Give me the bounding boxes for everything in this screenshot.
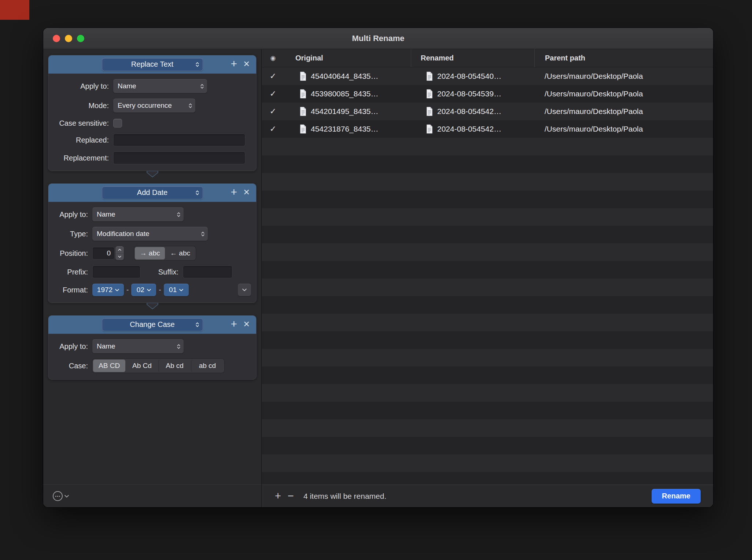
file-icon xyxy=(299,124,307,134)
rule-type-select[interactable]: Replace Text xyxy=(102,58,203,71)
add-files-button[interactable]: + xyxy=(275,491,281,501)
status-text: 4 items will be renamed. xyxy=(303,492,386,501)
file-icon xyxy=(425,107,434,116)
change-case-card-body: Apply to: Name Case: xyxy=(48,334,256,379)
rule-cards-container: Replace Text + ✕ Apply to: xyxy=(43,49,261,485)
updown-chevrons-icon xyxy=(195,321,199,328)
replaced-label: Replaced: xyxy=(54,136,113,144)
stepper-down-icon[interactable] xyxy=(115,254,124,261)
apply-to-label: Apply to: xyxy=(54,82,113,91)
row-checkmark-icon[interactable]: ✓ xyxy=(262,124,284,134)
renamed-column-header[interactable]: Renamed xyxy=(411,49,534,67)
original-filename: 454231876_8435… xyxy=(311,125,379,133)
remove-rule-button[interactable]: ✕ xyxy=(243,188,250,196)
close-window-button[interactable] xyxy=(53,35,60,42)
rules-panel-footer: ⋯ xyxy=(43,485,261,507)
minimize-window-button[interactable] xyxy=(65,35,72,42)
case-style-segmented: AB CD Ab Cd Ab cd ab cd xyxy=(92,359,224,373)
renamed-filename: 2024-08-054540… xyxy=(437,72,501,81)
multi-rename-window: Multi Rename Replace Text xyxy=(43,28,713,507)
selection-column-header[interactable]: ◉ xyxy=(262,49,284,67)
add-rule-button[interactable]: + xyxy=(231,318,237,329)
file-icon xyxy=(299,71,307,81)
rule-card-change-case: Change Case + ✕ Apply to: xyxy=(48,315,257,380)
chevron-down-icon xyxy=(115,289,119,291)
renamed-filename: 2024-08-054542… xyxy=(437,107,501,116)
rule-card-replace-text: Replace Text + ✕ Apply to: xyxy=(48,55,257,171)
position-stepper[interactable] xyxy=(115,246,124,260)
apply-to-select[interactable]: Name xyxy=(92,339,184,353)
format-day-value: 01 xyxy=(169,286,177,294)
mode-label: Mode: xyxy=(54,102,113,110)
file-icon xyxy=(425,124,434,134)
apply-to-value: Name xyxy=(97,210,115,218)
apply-to-value: Name xyxy=(97,342,115,350)
parent-path-column-header[interactable]: Parent path xyxy=(534,49,713,67)
zoom-window-button[interactable] xyxy=(77,35,84,42)
rule-type-select[interactable]: Add Date xyxy=(102,186,203,199)
table-header: ◉ Original Renamed Parent path xyxy=(262,49,713,67)
window-content: Replace Text + ✕ Apply to: xyxy=(43,49,713,507)
case-sensitive-label: Case sensitive: xyxy=(54,119,113,128)
window-titlebar[interactable]: Multi Rename xyxy=(43,28,713,49)
date-type-select[interactable]: Modification date xyxy=(92,227,208,241)
ellipsis-circle-icon: ⋯ xyxy=(53,491,63,501)
row-checkmark-icon[interactable]: ✓ xyxy=(262,89,284,99)
rule-type-value: Change Case xyxy=(130,320,174,329)
format-day-select[interactable]: 01 xyxy=(164,284,189,296)
actions-menu-button[interactable]: ⋯ xyxy=(53,491,69,501)
mode-select[interactable]: Every occurrence xyxy=(113,99,195,113)
parent-path-cell: /Users/mauro/Desktop/Paola xyxy=(534,107,713,116)
remove-rule-button[interactable]: ✕ xyxy=(243,60,250,68)
position-input[interactable] xyxy=(92,247,114,259)
suffix-input[interactable] xyxy=(183,266,232,278)
updown-chevrons-icon xyxy=(188,103,192,109)
row-checkmark-icon[interactable]: ✓ xyxy=(262,71,284,81)
rename-button[interactable]: Rename xyxy=(652,489,701,504)
remove-rule-button[interactable]: ✕ xyxy=(243,320,250,328)
format-month-select[interactable]: 02 xyxy=(131,284,156,296)
remove-files-button[interactable]: − xyxy=(288,491,294,501)
traffic-lights xyxy=(53,35,84,42)
case-sensitive-checkbox[interactable] xyxy=(113,119,122,128)
insert-after-segment[interactable]: → abc xyxy=(135,247,165,259)
format-year-select[interactable]: 1972 xyxy=(92,284,124,296)
chevron-down-icon xyxy=(147,289,151,291)
table-row[interactable]: ✓ 454201495_8435… 2024-08-054542… /Users… xyxy=(262,103,713,120)
rule-type-select[interactable]: Change Case xyxy=(102,318,203,331)
stepper-up-icon[interactable] xyxy=(115,246,124,254)
window-title: Multi Rename xyxy=(43,34,713,43)
file-list-panel: ◉ Original Renamed Parent path ✓ 4540406… xyxy=(262,49,713,507)
table-row[interactable]: ✓ 454231876_8435… 2024-08-054542… /Users… xyxy=(262,120,713,138)
row-checkmark-icon[interactable]: ✓ xyxy=(262,107,284,116)
rule-type-value: Replace Text xyxy=(131,60,173,69)
rule-card-add-date: Add Date + ✕ Apply to: xyxy=(48,183,257,303)
date-type-label: Type: xyxy=(54,230,92,238)
case-option-title[interactable]: Ab Cd xyxy=(125,360,158,372)
file-table-body: ✓ 454040644_8435… 2024-08-054540… /Users… xyxy=(262,67,713,485)
format-presets-button[interactable] xyxy=(238,284,251,296)
case-option-lower[interactable]: ab cd xyxy=(191,360,224,372)
case-option-sentence[interactable]: Ab cd xyxy=(158,360,191,372)
apply-to-select[interactable]: Name xyxy=(113,79,207,93)
original-filename: 454201495_8435… xyxy=(311,107,379,116)
format-month-value: 02 xyxy=(137,286,144,294)
prefix-input[interactable] xyxy=(92,266,140,278)
original-column-header[interactable]: Original xyxy=(284,49,411,67)
replacement-input[interactable] xyxy=(113,152,245,164)
suffix-label: Suffix: xyxy=(140,268,183,276)
renamed-filename: 2024-08-054542… xyxy=(437,125,501,133)
chevron-down-icon xyxy=(242,288,247,291)
add-rule-button[interactable]: + xyxy=(231,187,237,198)
replaced-input[interactable] xyxy=(113,134,245,146)
case-option-upper[interactable]: AB CD xyxy=(93,360,125,372)
table-row[interactable]: ✓ 454040644_8435… 2024-08-054540… /Users… xyxy=(262,67,713,85)
add-rule-button[interactable]: + xyxy=(231,58,237,69)
original-filename: 453980085_8435… xyxy=(311,89,379,98)
rule-chain-connector xyxy=(147,171,158,177)
table-row[interactable]: ✓ 453980085_8435… 2024-08-054539… /Users… xyxy=(262,85,713,103)
insert-before-segment[interactable]: ← abc xyxy=(165,247,195,259)
format-label: Format: xyxy=(54,286,92,294)
case-label: Case: xyxy=(54,362,92,370)
apply-to-select[interactable]: Name xyxy=(92,207,184,221)
